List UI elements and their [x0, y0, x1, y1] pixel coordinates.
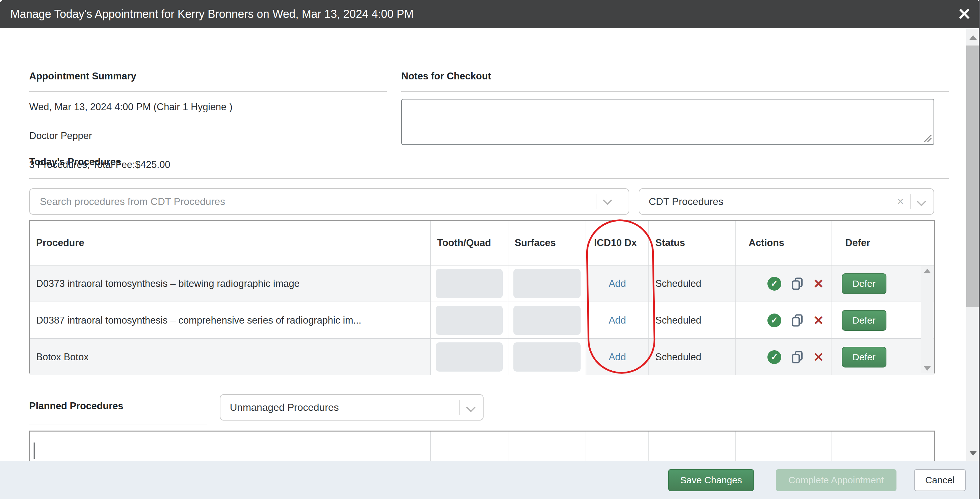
- chevron-down-icon[interactable]: [466, 403, 476, 412]
- separator: [597, 194, 597, 209]
- status-text: Scheduled: [648, 265, 735, 302]
- status-text: Scheduled: [648, 302, 735, 338]
- page-scrollbar[interactable]: [966, 28, 980, 461]
- col-status: Status: [648, 221, 735, 265]
- col-empty: [585, 432, 648, 461]
- table-scrollbar[interactable]: [921, 266, 934, 373]
- status-text: Scheduled: [648, 339, 735, 375]
- col-tooth-quad: Tooth/Quad: [430, 432, 508, 461]
- planned-filter-select[interactable]: Unmanaged Procedures: [220, 394, 484, 421]
- delete-x-icon[interactable]: ✕: [813, 314, 824, 327]
- col-surfaces: Surfaces: [508, 221, 585, 265]
- defer-cell: Defer: [831, 302, 934, 338]
- add-icd10-link[interactable]: Add: [609, 315, 626, 326]
- defer-button[interactable]: Defer: [842, 310, 886, 331]
- scroll-up-icon[interactable]: [923, 269, 931, 273]
- chevron-down-icon[interactable]: [917, 197, 926, 206]
- complete-appointment-button[interactable]: Complete Appointment: [776, 469, 896, 491]
- todays-procedures-heading: Today's Procedures: [29, 156, 121, 168]
- defer-button[interactable]: Defer: [842, 347, 886, 367]
- scroll-down-icon[interactable]: [969, 451, 977, 456]
- icd10-cell: Add: [585, 265, 648, 302]
- summary-line-provider: Doctor Pepper: [29, 130, 92, 141]
- copy-icon[interactable]: [791, 277, 804, 291]
- defer-cell: Defer: [831, 265, 934, 302]
- table-row: D0387 intraoral tomosynthesis – comprehe…: [30, 302, 934, 338]
- modal-right-border: [979, 0, 980, 499]
- add-icd10-link[interactable]: Add: [609, 351, 626, 363]
- tooth-quad-input[interactable]: [436, 342, 503, 372]
- modal-title: Manage Today's Appointment for Kerry Bro…: [0, 8, 414, 21]
- notes-textarea[interactable]: [401, 99, 934, 145]
- summary-line-datetime: Wed, Mar 13, 2024 4:00 PM (Chair 1 Hygie…: [29, 102, 232, 112]
- col-surfaces: Surfaces: [508, 432, 585, 461]
- todays-procedures-table: Procedure Tooth/Quad Surfaces ICD10 Dx S…: [29, 220, 935, 373]
- col-procedure: Procedure: [30, 221, 430, 265]
- copy-icon[interactable]: [791, 313, 804, 327]
- close-icon[interactable]: ✕: [958, 0, 971, 28]
- surfaces-input[interactable]: [513, 269, 581, 298]
- procedure-name: D0373 intraoral tomosynthesis – bitewing…: [30, 265, 430, 302]
- delete-x-icon[interactable]: ✕: [813, 277, 824, 290]
- surfaces-cell: [508, 265, 585, 302]
- separator: [460, 400, 460, 415]
- col-actions: Actions: [735, 221, 831, 265]
- chevron-down-icon[interactable]: [603, 195, 612, 205]
- copy-icon[interactable]: [791, 350, 804, 364]
- col-actions: Actions: [735, 432, 831, 461]
- tooth-quad-input[interactable]: [436, 269, 503, 298]
- col-icd10-dx: ICD10 Dx: [585, 221, 648, 265]
- delete-x-icon[interactable]: ✕: [813, 351, 824, 364]
- col-empty: [831, 432, 934, 461]
- text-caret: [33, 442, 35, 459]
- add-icd10-link[interactable]: Add: [609, 278, 626, 289]
- category-select[interactable]: CDT Procedures ×: [639, 188, 934, 215]
- category-select-value: CDT Procedures: [639, 196, 897, 207]
- save-changes-button[interactable]: Save Changes: [668, 469, 754, 491]
- notes-divider: [401, 91, 949, 92]
- search-dropdown-adornment: [597, 194, 611, 209]
- table-row: D0373 intraoral tomosynthesis – bitewing…: [30, 265, 934, 302]
- planned-procedures-table: Procedure Tooth/Quad Surfaces Status Act…: [0, 431, 980, 461]
- cancel-button[interactable]: Cancel: [914, 469, 966, 491]
- footer-bar: Save Changes Complete Appointment Cancel: [0, 461, 980, 499]
- actions-cell: ✓ ✕: [735, 302, 831, 338]
- table-header-row: Procedure Tooth/Quad Surfaces ICD10 Dx S…: [30, 221, 934, 265]
- complete-check-icon[interactable]: ✓: [767, 313, 781, 327]
- tooth-quad-cell: [430, 302, 508, 338]
- actions-cell: ✓ ✕: [735, 265, 831, 302]
- surfaces-cell: [508, 339, 585, 375]
- planned-procedures-heading: Planned Procedures: [29, 400, 123, 412]
- defer-cell: Defer: [831, 339, 934, 375]
- scrollbar-thumb[interactable]: [966, 46, 980, 307]
- procedure-name: Botox Botox: [30, 339, 430, 375]
- complete-check-icon[interactable]: ✓: [767, 350, 781, 364]
- summary-divider: [29, 91, 387, 92]
- icd10-cell: Add: [585, 339, 648, 375]
- todays-divider: [29, 178, 949, 179]
- surfaces-input[interactable]: [513, 342, 581, 372]
- scroll-up-icon[interactable]: [969, 35, 977, 40]
- modal-header: Manage Today's Appointment for Kerry Bro…: [0, 0, 980, 28]
- procedure-name: D0387 intraoral tomosynthesis – comprehe…: [30, 302, 430, 338]
- surfaces-cell: [508, 302, 585, 338]
- defer-button[interactable]: Defer: [842, 273, 886, 294]
- tooth-quad-input[interactable]: [436, 306, 503, 335]
- table-header-row: Procedure Tooth/Quad Surfaces Status Act…: [29, 431, 935, 461]
- col-procedure: Procedure: [30, 432, 430, 461]
- tooth-quad-cell: [430, 339, 508, 375]
- actions-cell: ✓ ✕: [735, 339, 831, 375]
- col-defer: Defer: [831, 221, 934, 265]
- tooth-quad-cell: [430, 265, 508, 302]
- clear-icon[interactable]: ×: [897, 196, 904, 207]
- col-tooth-quad: Tooth/Quad: [430, 221, 508, 265]
- procedure-search-input[interactable]: [29, 188, 629, 215]
- icd10-cell: Add: [585, 302, 648, 338]
- notes-heading: Notes for Checkout: [401, 71, 491, 82]
- scroll-down-icon[interactable]: [923, 366, 931, 371]
- separator: [910, 194, 911, 209]
- complete-check-icon[interactable]: ✓: [767, 277, 781, 291]
- col-status: Status: [648, 432, 735, 461]
- appointment-summary-heading: Appointment Summary: [29, 71, 136, 82]
- surfaces-input[interactable]: [513, 306, 581, 335]
